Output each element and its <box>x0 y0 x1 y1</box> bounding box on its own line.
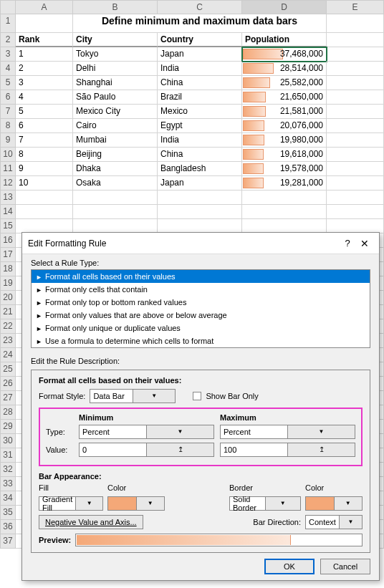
cell-country[interactable]: China <box>158 148 242 162</box>
rule-type-item[interactable]: ►Format only values that are above or be… <box>32 309 370 322</box>
cell-country[interactable]: Japan <box>158 47 242 62</box>
row-header[interactable]: 12 <box>0 176 16 191</box>
cell[interactable] <box>327 191 384 205</box>
cell-rank[interactable]: 4 <box>16 90 73 105</box>
title-cell[interactable]: Define minimum and maximum data bars <box>73 14 327 33</box>
cell-rank[interactable]: 7 <box>16 133 73 148</box>
cell-city[interactable]: Beijing <box>73 148 158 162</box>
rule-type-item[interactable]: ►Format only cells that contain <box>32 283 370 296</box>
col-header-b[interactable]: B <box>73 0 158 14</box>
cell[interactable] <box>327 90 384 105</box>
cell[interactable] <box>327 205 384 219</box>
row-header[interactable]: 21 <box>0 305 16 319</box>
negative-value-axis-button[interactable]: Negative Value and Axis... <box>39 515 143 529</box>
min-value-input[interactable]: 0↥ <box>79 443 214 457</box>
cell[interactable] <box>327 148 384 162</box>
row-header[interactable]: 4 <box>0 62 16 76</box>
rule-type-item[interactable]: ►Format all cells based on their values <box>32 270 370 283</box>
rule-type-item[interactable]: ►Format only unique or duplicate values <box>32 322 370 334</box>
border-color-combo[interactable]: ▼ <box>305 496 363 511</box>
cell-city[interactable]: Mumbai <box>73 133 158 148</box>
row-header[interactable]: 30 <box>0 434 16 448</box>
row-header[interactable]: 24 <box>0 348 16 362</box>
cell-city[interactable]: Tokyo <box>73 47 158 62</box>
format-style-combo[interactable]: Data Bar ▼ <box>90 389 176 403</box>
cell[interactable] <box>73 219 158 233</box>
cell-population[interactable]: 19,281,000 <box>242 176 327 191</box>
cell-rank[interactable]: 8 <box>16 148 73 162</box>
row-header[interactable]: 33 <box>0 477 16 491</box>
max-type-combo[interactable]: Percent▼ <box>220 425 355 439</box>
row-header[interactable]: 14 <box>0 205 16 219</box>
row-header[interactable]: 37 <box>0 534 16 549</box>
row-header[interactable]: 32 <box>0 463 16 477</box>
range-ref-icon[interactable]: ↥ <box>146 443 213 456</box>
cell[interactable] <box>158 219 242 233</box>
row-header[interactable]: 19 <box>0 276 16 291</box>
cell-population[interactable]: 37,468,000 <box>242 47 327 62</box>
cell[interactable] <box>327 33 384 47</box>
cell-city[interactable]: Delhi <box>73 62 158 76</box>
cell-rank[interactable]: 5 <box>16 105 73 119</box>
cell[interactable] <box>327 105 384 119</box>
fill-color-combo[interactable]: ▼ <box>107 496 165 511</box>
cell[interactable] <box>242 191 327 205</box>
cell-population[interactable]: 21,650,000 <box>242 90 327 105</box>
select-all-corner[interactable] <box>0 0 16 14</box>
header-rank[interactable]: Rank <box>16 33 73 47</box>
row-header[interactable]: 9 <box>0 133 16 148</box>
cell[interactable] <box>73 205 158 219</box>
cell-country[interactable]: Mexico <box>158 105 242 119</box>
row-header[interactable]: 10 <box>0 148 16 162</box>
bar-direction-combo[interactable]: Context▼ <box>305 515 363 529</box>
row-header[interactable]: 20 <box>0 291 16 305</box>
row-header[interactable]: 1 <box>0 14 16 33</box>
close-button[interactable]: ✕ <box>356 238 373 249</box>
cell[interactable] <box>327 176 384 191</box>
cell[interactable] <box>16 219 73 233</box>
help-button[interactable]: ? <box>339 238 356 249</box>
cell-country[interactable]: Japan <box>158 176 242 191</box>
cell-city[interactable]: Mexico City <box>73 105 158 119</box>
row-header[interactable]: 35 <box>0 506 16 520</box>
cell-population[interactable]: 28,514,000 <box>242 62 327 76</box>
cell[interactable] <box>327 76 384 90</box>
cell-population[interactable]: 20,076,000 <box>242 119 327 133</box>
cell[interactable] <box>73 191 158 205</box>
row-header[interactable]: 31 <box>0 448 16 463</box>
cell[interactable] <box>16 14 73 33</box>
min-type-combo[interactable]: Percent▼ <box>79 425 214 439</box>
cell-population[interactable]: 19,578,000 <box>242 162 327 176</box>
row-header[interactable]: 17 <box>0 248 16 262</box>
row-header[interactable]: 15 <box>0 219 16 233</box>
row-header[interactable]: 23 <box>0 334 16 348</box>
row-header[interactable]: 8 <box>0 119 16 133</box>
cell-population[interactable]: 25,582,000 <box>242 76 327 90</box>
row-header[interactable]: 34 <box>0 491 16 506</box>
rule-type-item[interactable]: ►Format only top or bottom ranked values <box>32 296 370 309</box>
row-header[interactable]: 27 <box>0 391 16 405</box>
max-value-input[interactable]: 100↥ <box>220 443 355 457</box>
cell[interactable] <box>327 47 384 62</box>
rule-type-item[interactable]: ►Use a formula to determine which cells … <box>32 334 370 347</box>
cell-country[interactable]: China <box>158 76 242 90</box>
row-header[interactable]: 5 <box>0 76 16 90</box>
cell[interactable] <box>158 205 242 219</box>
cell[interactable] <box>16 191 73 205</box>
row-header[interactable]: 3 <box>0 47 16 62</box>
header-population[interactable]: Population <box>242 33 327 47</box>
row-header[interactable]: 25 <box>0 362 16 377</box>
row-header[interactable]: 29 <box>0 420 16 434</box>
cell-country[interactable]: India <box>158 133 242 148</box>
cell-city[interactable]: São Paulo <box>73 90 158 105</box>
cell-population[interactable]: 19,618,000 <box>242 148 327 162</box>
row-header[interactable]: 7 <box>0 105 16 119</box>
row-header[interactable]: 16 <box>0 233 16 248</box>
row-header[interactable]: 6 <box>0 90 16 105</box>
cell[interactable] <box>16 205 73 219</box>
cell-rank[interactable]: 3 <box>16 76 73 90</box>
range-ref-icon[interactable]: ↥ <box>287 443 355 456</box>
cell-city[interactable]: Osaka <box>73 176 158 191</box>
cell-rank[interactable]: 6 <box>16 119 73 133</box>
cell-city[interactable]: Dhaka <box>73 162 158 176</box>
